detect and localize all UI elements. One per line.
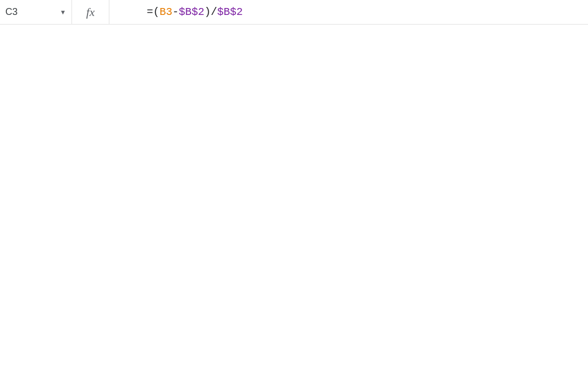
formula-token: B3 — [160, 6, 172, 18]
formula-input[interactable]: =(B3-$B$2)/$B$2 — [109, 0, 588, 24]
formula-token: - — [172, 6, 179, 18]
name-box-value: C3 — [5, 6, 18, 18]
formula-token: $B$2 — [217, 6, 243, 18]
formula-token: = — [147, 6, 153, 18]
formula-token: ) — [204, 6, 211, 18]
formula-token: $B$2 — [179, 6, 204, 18]
formula-token: ( — [153, 6, 160, 18]
name-box[interactable]: C3 ▼ — [0, 0, 72, 24]
formula-token: / — [211, 6, 217, 18]
fx-icon[interactable]: fx — [72, 0, 109, 24]
formula-bar: C3 ▼ fx =(B3-$B$2)/$B$2 — [0, 0, 588, 25]
name-box-dropdown-icon[interactable]: ▼ — [60, 9, 66, 16]
